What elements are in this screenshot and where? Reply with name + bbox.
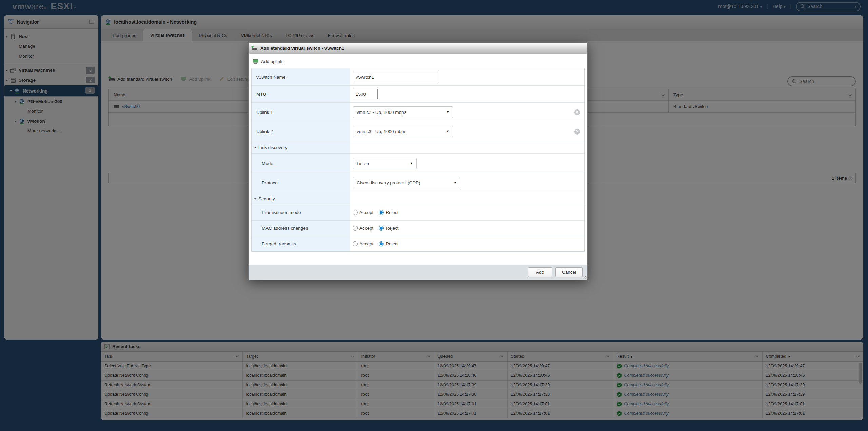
- vswitch-name-input[interactable]: [353, 72, 438, 82]
- radio-label: Accept: [359, 210, 373, 215]
- section-title: Security: [258, 196, 275, 201]
- vswitch-name-label: vSwitch Name: [252, 68, 350, 85]
- select-caret-icon: ▼: [446, 130, 449, 133]
- radio-label: Reject: [386, 241, 398, 246]
- uplink2-select[interactable]: vmnic3 - Up, 1000 mbps▼: [353, 126, 453, 137]
- uplink1-value: vmnic2 - Up, 1000 mbps: [357, 110, 406, 115]
- section-collapse-icon[interactable]: ▾: [254, 197, 256, 201]
- mtu-input[interactable]: [353, 89, 378, 99]
- mode-value: Listen: [357, 161, 369, 166]
- forged-accept-radio[interactable]: Accept: [353, 241, 373, 246]
- mtu-label: MTU: [252, 86, 350, 102]
- radio-icon[interactable]: [353, 241, 358, 246]
- section-security[interactable]: ▾Security: [252, 192, 584, 205]
- uplink2-value: vmnic3 - Up, 1000 mbps: [357, 129, 406, 134]
- mode-label: Mode: [252, 154, 350, 173]
- form-row-protocol: Protocol Cisco discovery protocol (CDP)▼: [252, 173, 584, 192]
- form-row-promiscuous-mode: Promiscuous mode Accept Reject: [252, 205, 584, 220]
- mac-reject-radio[interactable]: Reject: [379, 226, 398, 231]
- radio-icon[interactable]: [379, 210, 384, 215]
- mac-accept-radio[interactable]: Accept: [353, 226, 373, 231]
- add-switch-icon: [251, 46, 258, 51]
- form-row-forged-transmits: Forged transmits Accept Reject: [252, 236, 584, 251]
- select-caret-icon: ▼: [410, 162, 413, 165]
- form-row-mac-address-changes: MAC address changes Accept Reject: [252, 220, 584, 236]
- protocol-value: Cisco discovery protocol (CDP): [357, 180, 420, 185]
- radio-label: Reject: [386, 210, 398, 215]
- protocol-select[interactable]: Cisco discovery protocol (CDP)▼: [353, 177, 460, 188]
- form-row-uplink1: Uplink 1 vmnic2 - Up, 1000 mbps▼ ✕: [252, 102, 584, 122]
- dialog-title: Add standard virtual switch - vSwitch1: [260, 46, 344, 51]
- radio-icon[interactable]: [353, 210, 358, 215]
- promiscuous-accept-radio[interactable]: Accept: [353, 210, 373, 215]
- uplink2-label: Uplink 2: [252, 122, 350, 141]
- mode-select[interactable]: Listen▼: [353, 158, 417, 169]
- form-row-uplink2: Uplink 2 vmnic3 - Up, 1000 mbps▼ ✕: [252, 122, 584, 141]
- remove-uplink2-icon[interactable]: ✕: [574, 129, 580, 135]
- dialog-footer: Add Cancel: [249, 265, 587, 280]
- radio-icon[interactable]: [379, 226, 384, 231]
- dialog-body: Add uplink vSwitch Name MTU Uplink 1 vmn…: [249, 54, 587, 265]
- forged-reject-radio[interactable]: Reject: [379, 241, 398, 246]
- section-link-discovery[interactable]: ▾Link discovery: [252, 141, 584, 153]
- uplink1-label: Uplink 1: [252, 103, 350, 122]
- cancel-button[interactable]: Cancel: [555, 267, 583, 277]
- dialog-add-uplink-button[interactable]: Add uplink: [253, 59, 282, 64]
- radio-icon[interactable]: [379, 241, 384, 246]
- mac-address-changes-label: MAC address changes: [252, 221, 350, 236]
- add-button[interactable]: Add: [528, 267, 552, 277]
- dialog-resize-handle-icon[interactable]: [583, 275, 587, 279]
- section-collapse-icon[interactable]: ▾: [254, 146, 256, 149]
- add-uplink-icon: [253, 59, 258, 64]
- promiscuous-mode-label: Promiscuous mode: [252, 205, 350, 220]
- dialog-add-uplink-label: Add uplink: [261, 59, 282, 64]
- remove-uplink1-icon[interactable]: ✕: [574, 109, 580, 115]
- promiscuous-reject-radio[interactable]: Reject: [379, 210, 398, 215]
- add-vswitch-dialog: Add standard virtual switch - vSwitch1 A…: [248, 43, 588, 280]
- section-title: Link discovery: [258, 145, 288, 150]
- radio-label: Accept: [359, 241, 373, 246]
- radio-label: Reject: [386, 226, 398, 231]
- dialog-title-bar: Add standard virtual switch - vSwitch1: [249, 43, 587, 54]
- select-caret-icon: ▼: [446, 110, 449, 114]
- radio-icon[interactable]: [353, 226, 358, 231]
- forged-transmits-label: Forged transmits: [252, 236, 350, 251]
- form-row-mtu: MTU: [252, 85, 584, 102]
- dialog-form: vSwitch Name MTU Uplink 1 vmnic2 - Up, 1…: [251, 68, 585, 252]
- radio-label: Accept: [359, 226, 373, 231]
- protocol-label: Protocol: [252, 173, 350, 192]
- select-caret-icon: ▼: [454, 181, 457, 184]
- form-row-vswitch-name: vSwitch Name: [252, 68, 584, 85]
- form-row-mode: Mode Listen▼: [252, 153, 584, 173]
- uplink1-select[interactable]: vmnic2 - Up, 1000 mbps▼: [353, 106, 453, 118]
